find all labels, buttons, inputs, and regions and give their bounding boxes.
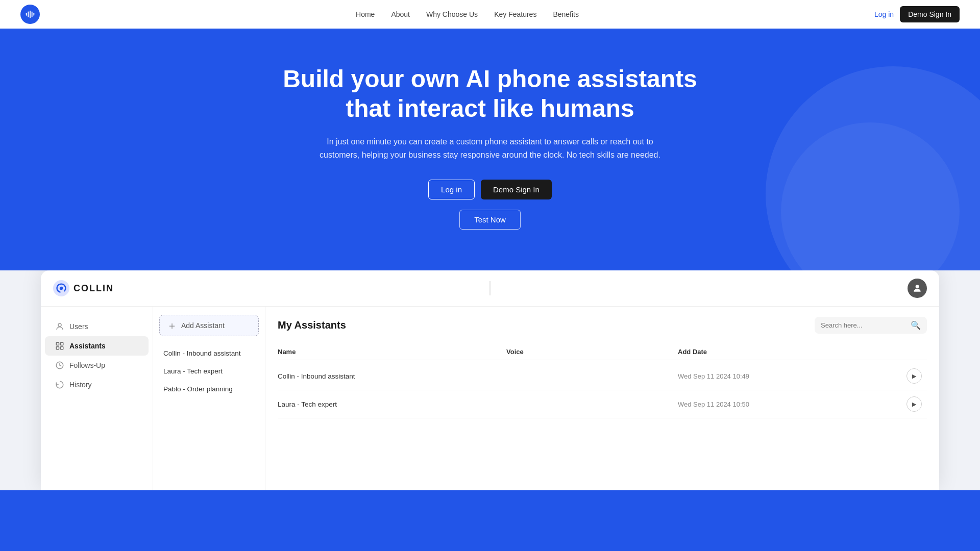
hero-buttons: Log in Demo Sign In xyxy=(10,180,970,199)
row-date-0: Wed Sep 11 2024 10:49 xyxy=(678,372,906,380)
play-button-1[interactable]: ▶ xyxy=(906,396,922,412)
my-assistants-header: My Assistants 🔍 xyxy=(278,317,927,334)
sidebar-label-users: Users xyxy=(69,322,88,331)
my-assistants-title: My Assistants xyxy=(278,319,346,331)
svg-point-6 xyxy=(60,287,63,290)
dashboard-wrapper: COLLIN Users xyxy=(0,270,980,490)
plus-icon: ＋ xyxy=(167,320,177,331)
svg-rect-1 xyxy=(28,12,29,17)
search-input[interactable] xyxy=(821,321,906,329)
sidebar-item-users[interactable]: Users xyxy=(45,317,149,336)
list-item[interactable]: Pablo - Order planning xyxy=(153,380,265,398)
user-icon xyxy=(55,322,64,331)
collin-logo: COLLIN xyxy=(53,280,114,296)
search-box: 🔍 xyxy=(815,317,927,334)
add-assistant-button[interactable]: ＋ Add Assistant xyxy=(159,315,259,336)
collin-logo-icon xyxy=(53,280,69,296)
hero-test-wrapper: Test Now xyxy=(10,210,970,230)
assistant-name-0: Collin - Inbound assistant xyxy=(163,349,241,357)
dash-header: COLLIN xyxy=(41,270,939,307)
sidebar-label-assistants: Assistants xyxy=(69,342,106,350)
navbar-login-button[interactable]: Log in xyxy=(874,10,894,18)
history-icon xyxy=(55,380,64,389)
main-content: My Assistants 🔍 Name Voice Add Date Coll… xyxy=(265,307,939,490)
col-voice: Voice xyxy=(506,348,678,356)
hero-test-button[interactable]: Test Now xyxy=(459,210,521,230)
sidebar-item-history[interactable]: History xyxy=(45,375,149,394)
nav-about[interactable]: About xyxy=(391,10,410,18)
hero-login-button[interactable]: Log in xyxy=(428,180,475,199)
row-action-0: ▶ xyxy=(906,368,927,384)
hero-subtext: In just one minute you can create a cust… xyxy=(306,135,674,161)
nav-why[interactable]: Why Choose Us xyxy=(426,10,478,18)
list-item[interactable]: Laura - Tech expert xyxy=(153,362,265,380)
table-row: Laura - Tech expert Wed Sep 11 2024 10:5… xyxy=(278,390,927,418)
svg-rect-9 xyxy=(56,343,59,345)
svg-point-8 xyxy=(58,323,61,327)
col-date: Add Date xyxy=(678,348,906,356)
svg-rect-10 xyxy=(61,343,63,345)
followup-icon xyxy=(55,361,64,370)
hero-headline: Build your own AI phone assistants that … xyxy=(271,64,709,123)
hero-demo-button[interactable]: Demo Sign In xyxy=(481,180,552,199)
dash-body: Users Assistants Follows-Up xyxy=(41,307,939,490)
svg-rect-11 xyxy=(56,347,59,349)
assistants-panel: ＋ Add Assistant Collin - Inbound assista… xyxy=(153,307,265,490)
nav-benefits[interactable]: Benefits xyxy=(553,10,579,18)
table-row: Collin - Inbound assistant Wed Sep 11 20… xyxy=(278,362,927,390)
add-assistant-label: Add Assistant xyxy=(181,321,225,330)
svg-rect-12 xyxy=(61,347,63,349)
row-name-1: Laura - Tech expert xyxy=(278,400,506,408)
list-item[interactable]: Collin - Inbound assistant xyxy=(153,344,265,362)
assistant-name-2: Pablo - Order planning xyxy=(163,385,233,393)
dashboard-card: COLLIN Users xyxy=(41,270,939,490)
nav-links: Home About Why Choose Us Key Features Be… xyxy=(60,10,874,18)
user-avatar[interactable] xyxy=(908,279,927,298)
svg-point-7 xyxy=(916,285,919,289)
table-header: Name Voice Add Date xyxy=(278,344,927,360)
logo xyxy=(20,5,40,24)
soundwave-icon xyxy=(24,9,36,20)
svg-rect-3 xyxy=(32,12,33,17)
svg-rect-0 xyxy=(26,13,27,16)
sidebar-label-followsup: Follows-Up xyxy=(69,361,105,369)
assistants-icon xyxy=(55,341,64,350)
navbar: Home About Why Choose Us Key Features Be… xyxy=(0,0,980,29)
sidebar-item-followsup[interactable]: Follows-Up xyxy=(45,356,149,375)
col-name: Name xyxy=(278,348,506,356)
assistant-name-1: Laura - Tech expert xyxy=(163,367,223,375)
play-button-0[interactable]: ▶ xyxy=(906,368,922,384)
hero-section: Build your own AI phone assistants that … xyxy=(0,29,980,270)
sidebar-item-assistants[interactable]: Assistants xyxy=(45,336,149,356)
sidebar-label-history: History xyxy=(69,381,92,389)
sidebar: Users Assistants Follows-Up xyxy=(41,307,153,490)
svg-rect-4 xyxy=(33,13,34,16)
svg-rect-2 xyxy=(30,11,31,18)
nav-home[interactable]: Home xyxy=(356,10,375,18)
logo-icon xyxy=(20,5,40,24)
header-divider xyxy=(489,281,491,295)
bg-circle-1 xyxy=(766,66,980,270)
nav-features[interactable]: Key Features xyxy=(494,10,536,18)
avatar-icon xyxy=(912,283,922,293)
brand-name: COLLIN xyxy=(74,283,114,294)
row-action-1: ▶ xyxy=(906,396,927,412)
navbar-demo-button[interactable]: Demo Sign In xyxy=(900,6,960,22)
row-date-1: Wed Sep 11 2024 10:50 xyxy=(678,400,906,408)
search-button[interactable]: 🔍 xyxy=(911,320,921,330)
col-action xyxy=(906,348,927,356)
navbar-actions: Log in Demo Sign In xyxy=(874,6,960,22)
row-name-0: Collin - Inbound assistant xyxy=(278,372,506,380)
